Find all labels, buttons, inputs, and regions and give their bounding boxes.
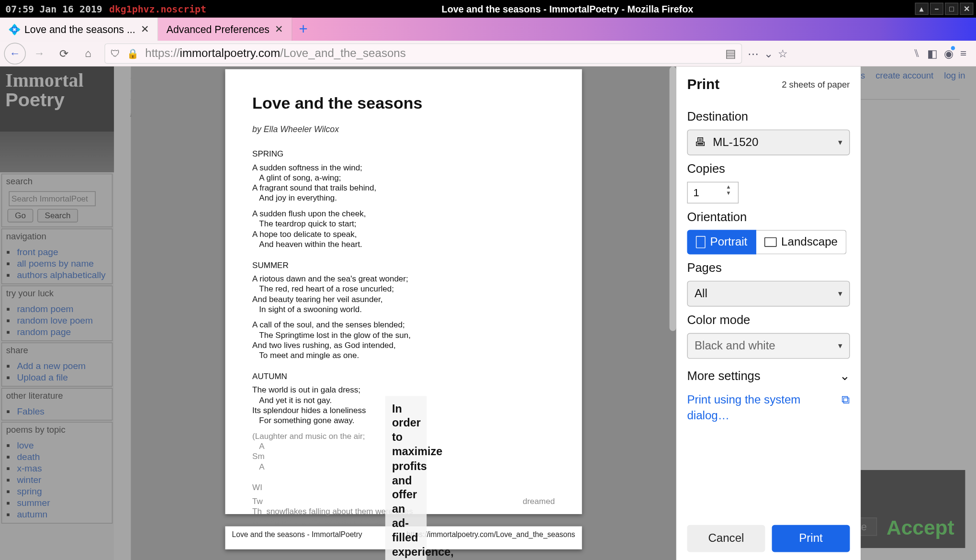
tab-strip: 💠 Love and the seasons ... ✕ Advanced Pr… [0, 18, 976, 41]
page-actions-icon[interactable]: ⋯ [748, 47, 759, 60]
preview-title: Love and the seasons [252, 94, 555, 113]
tab-label: Love and the seasons ... [24, 23, 135, 35]
section-autumn: AUTUMN [252, 372, 555, 381]
home-button[interactable]: ⌂ [78, 43, 99, 64]
account-icon[interactable]: ◉ [944, 47, 954, 60]
stanza: A sudden flush upon the cheek,The teardr… [252, 209, 555, 249]
copies-label: Copies [687, 162, 850, 177]
forward-button[interactable]: → [29, 43, 50, 64]
address-bar[interactable]: 🛡 🔒 https://immortalpoetry.com/Love_and_… [104, 44, 742, 64]
lock-icon[interactable]: 🔒 [127, 48, 138, 59]
window-minimize-button[interactable]: – [930, 3, 943, 15]
copies-input[interactable]: 1 ▲▼ [687, 182, 739, 203]
new-tab-button[interactable]: + [292, 18, 314, 41]
reader-mode-icon[interactable]: ▤ [725, 46, 736, 61]
favicon-icon: 💠 [8, 24, 19, 35]
print-settings-panel: Print 2 sheets of paper Destination 🖶 ML… [676, 67, 861, 560]
reload-button[interactable]: ⟳ [53, 43, 75, 64]
close-tab-icon[interactable]: ✕ [141, 23, 149, 35]
chevron-down-icon: ▾ [838, 289, 842, 299]
external-link-icon: ⧉ [841, 392, 850, 424]
window-titlebar: 07:59 Jan 16 2019 dkg1phvz.noscript Love… [0, 0, 976, 18]
colormode-label: Color mode [687, 314, 850, 328]
spin-down-icon[interactable]: ▼ [726, 190, 737, 196]
stanza: A sudden softness in the wind;A glint of… [252, 163, 555, 203]
pages-select[interactable]: All ▾ [687, 281, 850, 307]
stanza: A riotous dawn and the sea's great wonde… [252, 274, 555, 314]
chevron-down-icon: ▾ [838, 138, 842, 147]
system-dialog-link[interactable]: Print using the system dialog… ⧉ [687, 392, 850, 424]
pocket-icon[interactable]: ⌄ [764, 47, 773, 60]
window-maximize-button[interactable]: □ [945, 3, 958, 15]
preview-scrollbar[interactable] [670, 67, 676, 331]
destination-label: Destination [687, 110, 850, 124]
clock: 07:59 [0, 3, 39, 14]
printer-icon: 🖶 [695, 135, 706, 149]
print-overlay: Love and the seasons by Ella Wheeler Wil… [0, 67, 976, 560]
chevron-down-icon: ▾ [838, 341, 842, 351]
url-text: https://immortalpoetry.com/Love_and_the_… [145, 47, 718, 60]
hamburger-menu-icon[interactable]: ≡ [960, 47, 966, 60]
print-heading: Print [687, 76, 719, 92]
tab-label: Advanced Preferences [167, 23, 269, 35]
colormode-value: Black and white [695, 339, 775, 353]
orientation-portrait[interactable]: Portrait [687, 230, 756, 254]
sidebar-icon[interactable]: ◧ [927, 47, 937, 60]
preview-byline: by Ella Wheeler Wilcox [252, 125, 555, 134]
orientation-landscape[interactable]: Landscape [756, 230, 847, 254]
colormode-select[interactable]: Black and white ▾ [687, 333, 850, 359]
preview-header-left: Love and the seasons - ImmortalPoetry [232, 530, 362, 549]
copies-value: 1 [693, 187, 699, 199]
stanza: A call of the soul, and the senses blend… [252, 320, 555, 361]
print-preview[interactable]: Love and the seasons by Ella Wheeler Wil… [131, 67, 676, 560]
portrait-icon [696, 236, 706, 248]
pages-value: All [695, 287, 707, 300]
nav-toolbar: ← → ⟳ ⌂ 🛡 🔒 https://immortalpoetry.com/L… [0, 41, 976, 67]
cancel-button[interactable]: Cancel [687, 525, 765, 552]
tracking-shield-icon[interactable]: 🛡 [111, 48, 120, 59]
destination-select[interactable]: 🖶 ML-1520 ▾ [687, 130, 850, 156]
library-icon[interactable]: ⑊ [913, 47, 920, 60]
tab-advanced-preferences[interactable]: Advanced Preferences ✕ [158, 18, 292, 41]
print-button[interactable]: Print [772, 525, 850, 552]
pages-label: Pages [687, 261, 850, 276]
landscape-icon [764, 237, 777, 247]
tab-love-and-seasons[interactable]: 💠 Love and the seasons ... ✕ [0, 18, 158, 41]
more-settings-toggle[interactable]: More settings ⌄ [687, 368, 850, 383]
bookmark-star-icon[interactable]: ☆ [778, 47, 787, 60]
window-title: Love and the seasons - ImmortalPoetry - … [220, 3, 915, 14]
preview-cookie-popup: In order to maximize profits and offer a… [385, 396, 426, 560]
date: Jan 16 2019 [39, 3, 109, 14]
print-dialog: Love and the seasons by Ella Wheeler Wil… [131, 67, 861, 560]
sheet-count: 2 sheets of paper [782, 79, 850, 89]
close-tab-icon[interactable]: ✕ [275, 23, 283, 35]
section-spring: SPRING [252, 149, 555, 159]
back-button[interactable]: ← [4, 43, 26, 64]
spin-up-icon[interactable]: ▲ [726, 184, 737, 190]
host-fragment: dkg1phvz.noscript [109, 3, 220, 14]
destination-value: ML-1520 [713, 135, 758, 149]
section-summer: SUMMER [252, 260, 555, 270]
window-close-button[interactable]: ✕ [960, 3, 973, 15]
orientation-label: Orientation [687, 210, 850, 224]
window-pin-button[interactable]: ▴ [915, 3, 929, 15]
chevron-down-icon: ⌄ [840, 368, 850, 383]
